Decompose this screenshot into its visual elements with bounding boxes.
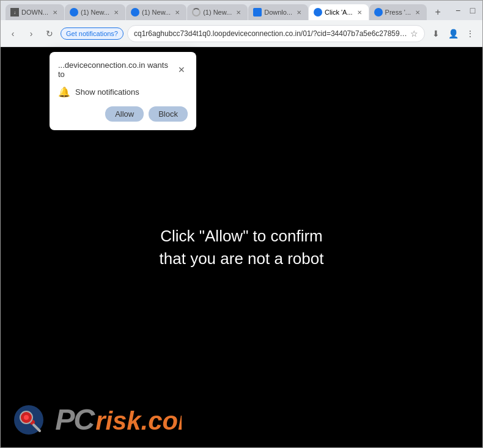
title-bar: ↓ DOWN... ✕ (1) New... ✕ (1) New... ✕ (1…	[1, 1, 482, 20]
tab1-close[interactable]: ✕	[51, 8, 59, 17]
tab3-close[interactable]: ✕	[173, 8, 182, 17]
svg-text:risk.com: risk.com	[95, 406, 182, 435]
tab-1[interactable]: ↓ DOWN... ✕	[6, 4, 64, 20]
popup-close-button[interactable]: ✕	[175, 64, 188, 76]
tab4-close[interactable]: ✕	[234, 8, 243, 17]
refresh-button[interactable]: ↻	[42, 26, 57, 41]
tab-5[interactable]: Downlo... ✕	[248, 4, 308, 20]
tab7-close[interactable]: ✕	[413, 8, 422, 17]
minimize-button[interactable]: −	[453, 6, 463, 15]
tab6-favicon	[314, 8, 322, 17]
pcrisk-brand-text: PC risk.com	[47, 402, 182, 438]
url-text: cq1r6aghubcc73d4t1q0.loopdeviceconnectio…	[134, 29, 410, 38]
profile-icon[interactable]: 👤	[446, 26, 460, 41]
forward-button[interactable]: ›	[24, 26, 39, 41]
tab4-title: (1) New...	[203, 9, 232, 16]
url-bar[interactable]: cq1r6aghubcc73d4t1q0.loopdeviceconnectio…	[127, 25, 425, 42]
tab1-favicon: ↓	[10, 8, 19, 17]
notification-popup: ...deviceconnection.co.in wants to ✕ 🔔 S…	[50, 52, 196, 130]
tab2-title: (1) New...	[81, 9, 109, 16]
allow-button[interactable]: Allow	[105, 106, 144, 122]
pcrisk-logo-icon	[13, 404, 45, 436]
bookmark-icon[interactable]: ☆	[410, 29, 418, 39]
pcrisk-text-svg: PC risk.com	[47, 402, 182, 435]
block-button[interactable]: Block	[149, 106, 188, 122]
svg-text:PC: PC	[55, 403, 95, 435]
download-icon[interactable]: ⬇	[429, 26, 443, 41]
url-icons: ☆	[410, 29, 418, 39]
browser-window: ↓ DOWN... ✕ (1) New... ✕ (1) New... ✕ (1…	[0, 0, 483, 448]
tab6-close[interactable]: ✕	[355, 8, 364, 17]
tab7-favicon	[374, 8, 383, 17]
tabs-area: ↓ DOWN... ✕ (1) New... ✕ (1) New... ✕ (1…	[6, 1, 446, 20]
tab6-title: Click 'A...	[325, 9, 353, 16]
page-content: ...deviceconnection.co.in wants to ✕ 🔔 S…	[1, 47, 482, 447]
popup-option-label: Show notifications	[75, 87, 139, 97]
maximize-button[interactable]: □	[468, 6, 477, 15]
popup-header: ...deviceconnection.co.in wants to ✕	[58, 61, 188, 79]
main-text-line2: that you are not a robot	[160, 248, 324, 270]
tab1-title: DOWN...	[21, 9, 48, 16]
popup-title: ...deviceconnection.co.in wants to	[58, 61, 175, 79]
tab5-title: Downlo...	[264, 9, 292, 16]
tab5-close[interactable]: ✕	[295, 8, 303, 17]
menu-icon[interactable]: ⋮	[463, 26, 477, 41]
tab-2[interactable]: (1) New... ✕	[65, 4, 125, 20]
new-tab-button[interactable]: +	[430, 4, 446, 20]
tab7-title: Press '...	[385, 9, 411, 16]
pcrisk-watermark: PC risk.com	[13, 402, 182, 438]
tab3-favicon	[131, 8, 139, 17]
tab4-favicon	[192, 8, 201, 17]
tab-7[interactable]: Press '... ✕	[369, 4, 427, 20]
address-bar: ‹ › ↻ Get notifications? cq1r6aghubcc73d…	[1, 20, 482, 47]
get-notifications-button[interactable]: Get notifications?	[61, 28, 124, 40]
tab-4[interactable]: (1) New... ✕	[187, 4, 248, 20]
bell-icon: 🔔	[58, 86, 70, 98]
notification-btn-label: Get notifications?	[66, 30, 118, 37]
main-text-line1: Click "Allow" to confirm	[160, 225, 324, 247]
window-controls: − □ ✕	[453, 6, 483, 15]
tab5-favicon	[253, 8, 262, 17]
main-page-text: Click "Allow" to confirm that you are no…	[160, 225, 324, 270]
tab-3[interactable]: (1) New... ✕	[126, 4, 186, 20]
back-button[interactable]: ‹	[6, 26, 20, 41]
tab-6-active[interactable]: Click 'A... ✕	[309, 4, 369, 20]
tab2-favicon	[70, 8, 78, 17]
address-right-controls: ⬇ 👤 ⋮	[429, 26, 477, 41]
tab3-title: (1) New...	[142, 9, 171, 16]
tab2-close[interactable]: ✕	[112, 8, 120, 17]
popup-buttons: Allow Block	[58, 106, 188, 122]
svg-point-2	[24, 415, 29, 420]
popup-option: 🔔 Show notifications	[58, 86, 188, 98]
